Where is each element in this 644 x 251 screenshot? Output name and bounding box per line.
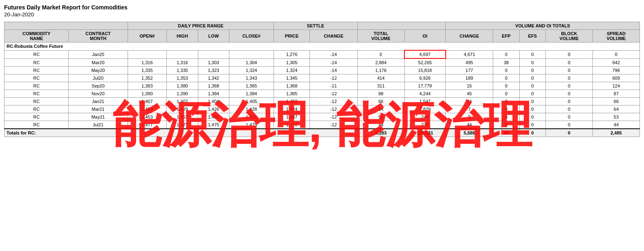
table-cell: 34	[446, 98, 493, 105]
table-cell: 1,405	[229, 98, 274, 105]
table-cell: 1,383	[128, 82, 167, 90]
report-date: 20-Jan-2020	[4, 11, 640, 18]
table-cell	[229, 50, 274, 58]
table-cell: RC	[4, 82, 69, 90]
table-cell: Jul21	[69, 121, 128, 129]
table-cell: -12	[310, 105, 357, 113]
table-cell: 0	[545, 105, 592, 113]
table-cell: -12	[310, 74, 357, 82]
totals-cell: 5,283	[357, 129, 404, 137]
col-oi: OI	[404, 30, 446, 43]
table-cell: 0	[519, 121, 545, 129]
table-cell: 1,475	[229, 121, 274, 129]
table-cell: 1,385	[274, 90, 310, 98]
col-contract-month: CONTRACTMONTH	[69, 30, 128, 43]
table-cell	[128, 50, 167, 58]
group-blank	[357, 22, 446, 30]
table-cell: 44	[592, 121, 640, 129]
table-cell: 0	[493, 121, 519, 129]
group-commodity	[4, 22, 128, 30]
table-cell: 0	[545, 113, 592, 121]
table-cell: Mar21	[69, 105, 128, 113]
table-cell: 4,697	[404, 50, 446, 58]
table-cell: 642	[592, 58, 640, 67]
table-cell: 1,547	[404, 98, 446, 105]
table-cell: 0	[493, 82, 519, 90]
table-cell: 1,477	[167, 121, 198, 129]
table-cell: 0	[519, 113, 545, 121]
col-total-volume: TOTALVOLUME	[357, 30, 404, 43]
table-cell: 0	[545, 67, 592, 74]
col-efs: EFS	[519, 30, 545, 43]
table-cell: 17,779	[404, 82, 446, 90]
table-cell: 1,404	[198, 98, 229, 105]
col-spread-volume: SPREADVOLUME	[592, 30, 640, 43]
col-high: HIGH	[167, 30, 198, 43]
totals-cell: 0	[519, 129, 545, 137]
table-cell: 1,324	[229, 67, 274, 74]
table-cell: 88	[357, 90, 404, 98]
table-cell: 1,450	[198, 113, 229, 121]
col-price: PRICE	[274, 30, 310, 43]
report-title: Futures Daily Market Report for Commodit…	[4, 4, 640, 11]
table-cell: 124	[592, 82, 640, 90]
totals-cell: 125,531	[404, 129, 446, 137]
table-cell: 52,265	[404, 58, 446, 67]
table-cell: 9	[446, 113, 493, 121]
table-cell: 1,323	[198, 67, 229, 74]
group-settle: SETTLE	[274, 22, 357, 30]
table-cell: 1,429	[128, 105, 167, 113]
table-row: RCMay211,4531,4531,4501,4511,447-1253246…	[4, 113, 640, 121]
table-cell: 53	[357, 113, 404, 121]
table-cell: 1,345	[274, 74, 310, 82]
table-cell: 1,407	[167, 98, 198, 105]
col-efp: EFP	[493, 30, 519, 43]
table-cell: 4,244	[404, 90, 446, 98]
table-cell: 0	[519, 58, 545, 67]
col-change-settle: CHANGE	[310, 30, 357, 43]
table-cell: 495	[446, 58, 493, 67]
table-cell: 1,316	[167, 58, 198, 67]
table-cell: 0	[519, 82, 545, 90]
col-close: CLOSE#	[229, 30, 274, 43]
table-cell: Mar20	[69, 58, 128, 67]
table-cell: -12	[310, 90, 357, 98]
table-cell: 0	[519, 74, 545, 82]
table-cell: 1,429	[167, 105, 198, 113]
totals-cell: 5,686	[446, 129, 493, 137]
table-cell: 0	[493, 113, 519, 121]
table-cell: 0	[493, 90, 519, 98]
table-cell: 66	[592, 98, 640, 105]
table-cell: May21	[69, 113, 128, 121]
table-cell: -12	[310, 98, 357, 105]
market-table: DAILY PRICE RANGE SETTLE VOLUME AND OI T…	[4, 22, 640, 137]
table-cell: RC	[4, 74, 69, 82]
table-cell: 1,453	[128, 113, 167, 121]
table-cell: -11	[310, 82, 357, 90]
table-cell: 1,303	[198, 58, 229, 67]
table-cell: Jan21	[69, 98, 128, 105]
table-cell: 1,335	[128, 67, 167, 74]
column-headers: COMMODITYNAME CONTRACTMONTH OPEN# HIGH L…	[4, 30, 640, 43]
table-cell: 1,365	[229, 82, 274, 90]
table-cell: 0	[545, 98, 592, 105]
table-row: RCJul201,3521,3531,3421,3431,345-124146,…	[4, 74, 640, 82]
table-cell: 1,352	[128, 74, 167, 82]
table-cell: 0	[519, 105, 545, 113]
col-commodity-name: COMMODITYNAME	[4, 30, 69, 43]
table-cell: 0	[545, 58, 592, 67]
table-cell: 0	[519, 50, 545, 58]
table-cell	[167, 50, 198, 58]
col-block-volume: BLOCKVOLUME	[545, 30, 592, 43]
table-cell: 0	[493, 105, 519, 113]
col-open: OPEN#	[128, 30, 167, 43]
table-cell: 1,384	[229, 90, 274, 98]
table-cell: 4,671	[446, 50, 493, 58]
table-row: RCMar201,3161,3161,3031,3041,305-142,884…	[4, 58, 640, 67]
table-cell: 2,884	[357, 58, 404, 67]
totals-cell: Totals for RC:	[4, 129, 358, 137]
table-cell: RC	[4, 121, 69, 129]
table-cell: 53	[592, 113, 640, 121]
table-cell: 1,368	[274, 82, 310, 90]
table-cell: 1,380	[167, 82, 198, 90]
